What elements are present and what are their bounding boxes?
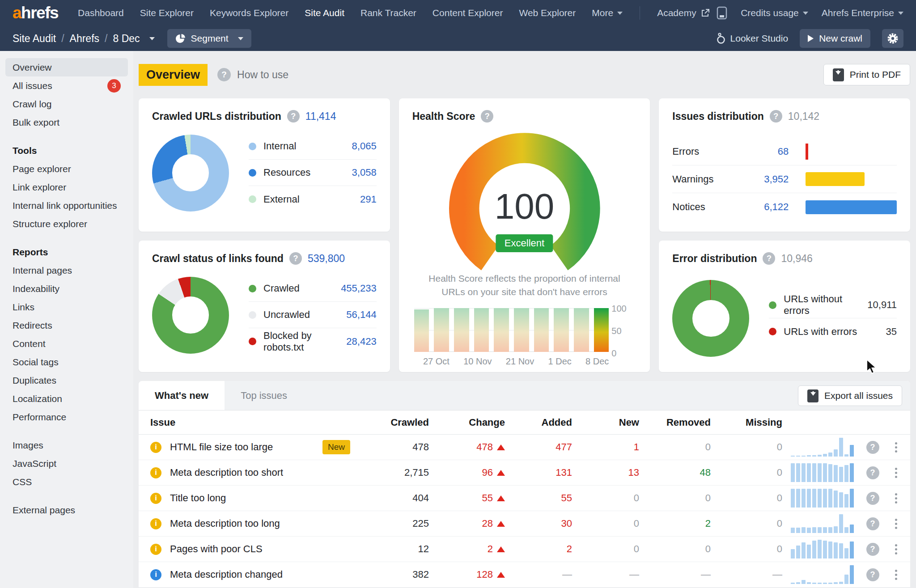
issues-distribution-card: Issues distribution ? 10,142 Errors68War… <box>659 98 910 232</box>
help-icon[interactable]: ? <box>866 543 879 556</box>
sidebar-item-links[interactable]: Links <box>5 298 128 316</box>
help-icon[interactable]: ? <box>866 441 879 454</box>
nav-more[interactable]: More <box>592 8 623 18</box>
dist-value-link[interactable]: 6,122 <box>739 201 789 213</box>
new-crawl-button[interactable]: New crawl <box>800 29 870 48</box>
row-help: ? <box>866 568 879 581</box>
help-icon[interactable]: ? <box>866 492 879 505</box>
help-icon[interactable]: ? <box>763 252 775 265</box>
column-header-issue[interactable]: Issue <box>150 417 362 428</box>
sidebar-item-crawl-log[interactable]: Crawl log <box>5 95 128 113</box>
column-header-missing[interactable]: Missing <box>711 417 782 428</box>
breadcrumb-project[interactable]: Ahrefs <box>70 33 99 45</box>
sidebar-item-javascript[interactable]: JavaScript <box>5 454 128 473</box>
column-header-change[interactable]: Change <box>429 417 505 428</box>
row-menu-icon[interactable] <box>895 519 897 529</box>
sidebar-item-redirects[interactable]: Redirects <box>5 316 128 334</box>
breadcrumb-tool[interactable]: Site Audit <box>13 33 56 45</box>
crawled-urls-total-link[interactable]: 11,414 <box>305 110 336 123</box>
menu-dot <box>895 476 897 478</box>
sidebar-item-bulk-export[interactable]: Bulk export <box>5 113 128 131</box>
sidebar-item-page-explorer[interactable]: Page explorer <box>5 160 128 178</box>
legend-value[interactable]: 8,065 <box>352 140 377 152</box>
help-icon[interactable]: ? <box>217 68 231 81</box>
row-menu-icon[interactable] <box>895 442 897 453</box>
issue-link[interactable]: Meta description changed <box>170 569 283 580</box>
help-icon[interactable]: ? <box>481 110 493 123</box>
print-to-pdf-button[interactable]: Print to PDF <box>823 64 910 85</box>
account-menu[interactable]: Ahrefs Enterprise <box>822 8 903 18</box>
dist-label: Warnings <box>672 173 739 185</box>
issue-link[interactable]: HTML file size too large <box>170 441 273 453</box>
sidebar-item-label: Overview <box>13 62 52 73</box>
dist-value-link[interactable]: 68 <box>739 146 789 157</box>
row-menu-icon[interactable] <box>895 493 897 503</box>
nav-dashboard[interactable]: Dashboard <box>78 8 124 18</box>
column-header-removed[interactable]: Removed <box>639 417 711 428</box>
nav-content-explorer[interactable]: Content Explorer <box>433 8 503 18</box>
help-icon[interactable]: ? <box>866 568 879 581</box>
nav-keywords-explorer[interactable]: Keywords Explorer <box>210 8 288 18</box>
sparkline-bar <box>796 528 800 533</box>
sidebar-item-localization[interactable]: Localization <box>5 389 128 408</box>
row-menu-icon[interactable] <box>895 468 897 478</box>
sidebar-item-all-issues[interactable]: All issues3 <box>5 76 128 95</box>
column-header-crawled[interactable]: Crawled <box>362 417 429 428</box>
nav-rank-tracker[interactable]: Rank Tracker <box>360 8 416 18</box>
issue-link[interactable]: Meta description too long <box>170 518 280 529</box>
nav-web-explorer[interactable]: Web Explorer <box>519 8 576 18</box>
column-header-new[interactable]: New <box>572 417 639 428</box>
sidebar-item-structure-explorer[interactable]: Structure explorer <box>5 215 128 233</box>
help-icon[interactable]: ? <box>770 110 782 123</box>
export-all-issues-button[interactable]: Export all issues <box>798 385 902 406</box>
health-score-rating-badge: Excellent <box>496 234 553 252</box>
breadcrumb-crawl-date[interactable]: 8 Dec <box>113 33 140 45</box>
issue-link[interactable]: Title too long <box>170 492 226 504</box>
how-to-use-link[interactable]: How to use <box>237 69 288 81</box>
links-found-total-link[interactable]: 539,800 <box>308 253 345 265</box>
tab-top-issues[interactable]: Top issues <box>225 381 303 410</box>
row-menu-icon[interactable] <box>895 570 897 580</box>
help-icon[interactable]: ? <box>866 466 879 479</box>
nav-site-audit[interactable]: Site Audit <box>305 8 344 18</box>
segment-button[interactable]: Segment <box>167 29 251 48</box>
column-header-added[interactable]: Added <box>505 417 572 428</box>
help-icon[interactable]: ? <box>287 110 300 123</box>
removed-value: — <box>639 569 711 580</box>
help-icon[interactable]: ? <box>289 252 302 265</box>
legend-value[interactable]: 3,058 <box>352 167 377 178</box>
sidebar-item-internal-link-opportunities[interactable]: Internal link opportunities <box>5 196 128 215</box>
sidebar-item-external-pages[interactable]: External pages <box>5 501 128 519</box>
sidebar-item-internal-pages[interactable]: Internal pages <box>5 261 128 279</box>
breadcrumb[interactable]: Site Audit / Ahrefs / 8 Dec <box>13 33 155 45</box>
legend-value[interactable]: 10,911 <box>867 299 897 311</box>
legend-value[interactable]: 35 <box>886 326 897 338</box>
sidebar-item-social-tags[interactable]: Social tags <box>5 353 128 371</box>
issue-link[interactable]: Meta description too short <box>170 467 283 478</box>
help-icon[interactable]: ? <box>866 517 879 530</box>
nav-site-explorer[interactable]: Site Explorer <box>140 8 194 18</box>
sidebar-item-duplicates[interactable]: Duplicates <box>5 371 128 389</box>
row-menu-icon[interactable] <box>895 544 897 554</box>
looker-studio-link[interactable]: Looker Studio <box>716 33 789 44</box>
legend-value[interactable]: 56,144 <box>346 309 376 321</box>
dist-value-link[interactable]: 3,952 <box>739 173 789 185</box>
sidebar-item-overview[interactable]: Overview <box>5 58 128 76</box>
sidebar-item-css[interactable]: CSS <box>5 473 128 491</box>
sidebar-item-images[interactable]: Images <box>5 436 128 454</box>
settings-button[interactable] <box>882 29 903 48</box>
device-icon[interactable] <box>717 6 727 20</box>
issue-link[interactable]: Pages with poor CLS <box>170 543 263 555</box>
legend-value[interactable]: 28,423 <box>346 336 376 347</box>
sidebar-item-link-explorer[interactable]: Link explorer <box>5 178 128 196</box>
sidebar-item-performance[interactable]: Performance <box>5 408 128 426</box>
sidebar-item-indexability[interactable]: Indexability <box>5 279 128 298</box>
legend-value[interactable]: 291 <box>360 194 377 205</box>
credits-usage-menu[interactable]: Credits usage <box>741 8 808 18</box>
sidebar-item-content[interactable]: Content <box>5 334 128 353</box>
legend-value[interactable]: 455,233 <box>341 283 377 294</box>
nav-academy[interactable]: Academy <box>657 8 710 18</box>
ahrefs-logo[interactable]: ahrefs <box>13 4 58 22</box>
tab-what-s-new[interactable]: What's new <box>139 381 225 410</box>
menu-dot <box>895 548 897 550</box>
